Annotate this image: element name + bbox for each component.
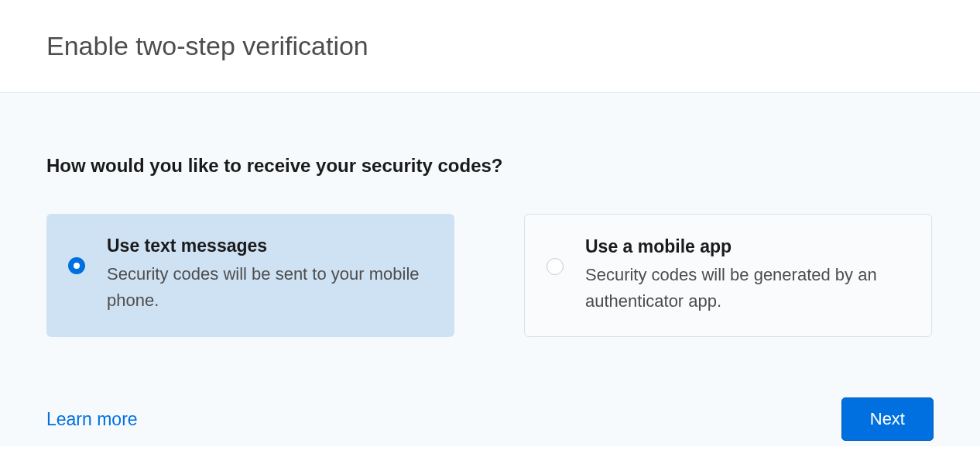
option-text-content: Use a mobile app Security codes will be … [585,236,908,315]
option-desc-mobile-app: Security codes will be generated by an a… [585,262,908,315]
header: Enable two-step verification [0,0,980,93]
next-button[interactable]: Next [841,397,934,441]
security-codes-question: How would you like to receive your secur… [46,155,934,177]
radio-text-messages[interactable] [68,257,85,274]
option-desc-text-messages: Security codes will be sent to your mobi… [107,261,431,314]
option-title-text-messages: Use text messages [107,236,431,256]
content-area: How would you like to receive your secur… [0,93,980,446]
learn-more-link[interactable]: Learn more [46,409,138,430]
radio-mobile-app[interactable] [547,258,564,275]
footer: Learn more Next [46,397,934,441]
option-text-messages[interactable]: Use text messages Security codes will be… [46,214,454,337]
page-title: Enable two-step verification [46,31,934,61]
option-mobile-app[interactable]: Use a mobile app Security codes will be … [524,214,932,337]
options-container: Use text messages Security codes will be… [46,214,934,337]
option-text-content: Use text messages Security codes will be… [107,236,431,314]
option-title-mobile-app: Use a mobile app [585,236,908,257]
